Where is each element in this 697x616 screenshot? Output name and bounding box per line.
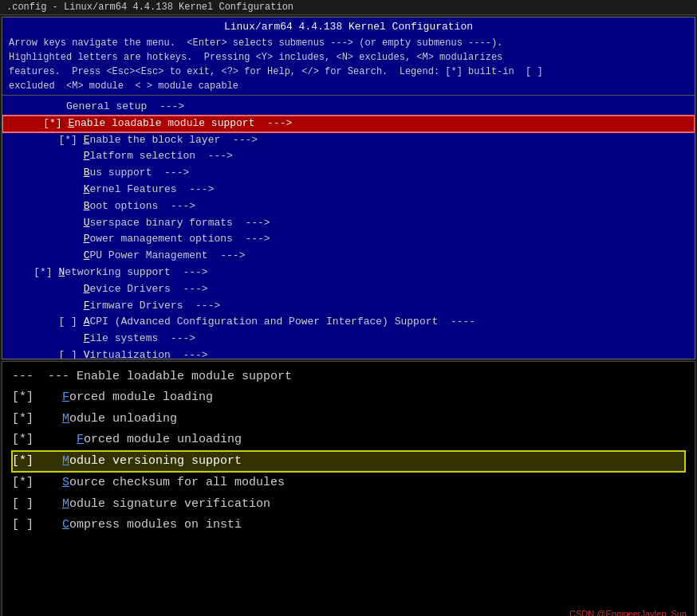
menu-item-cpu-power[interactable]: CPU Power Management ---> xyxy=(2,248,695,265)
menu-item-platform[interactable]: Platform selection ---> xyxy=(2,148,695,165)
help-line-1: Arrow keys navigate the menu. <Enter> se… xyxy=(9,36,688,50)
bottom-item-forced-unloading[interactable]: [*] Forced module unloading xyxy=(12,430,685,450)
menu-item-device-drivers[interactable]: Device Drivers ---> xyxy=(2,281,695,298)
menu-item-kernel-features[interactable]: Kernel Features ---> xyxy=(2,182,695,198)
menu-list: General setup ---> [*] Enable loadable m… xyxy=(2,96,695,359)
menu-item-power-mgmt[interactable]: Power management options ---> xyxy=(2,231,695,248)
bottom-item-source-checksum[interactable]: [*] Source checksum for all modules xyxy=(12,473,685,493)
menu-item-networking[interactable]: [*] Networking support ---> xyxy=(2,265,695,281)
title-text: .config - Linux/arm64 4.4.138 Kernel Con… xyxy=(6,2,293,13)
menu-item-virtualization[interactable]: [ ] Virtualization ---> xyxy=(2,347,695,359)
menu-item-firmware-drivers[interactable]: Firmware Drivers ---> xyxy=(2,298,695,315)
menu-title: Linux/arm64 4.4.138 Kernel Configuration xyxy=(2,18,695,34)
menu-item-boot-options[interactable]: Boot options ---> xyxy=(2,198,695,215)
bottom-item-module-signature[interactable]: [ ] Module signature verification xyxy=(12,494,685,515)
menu-item-loadable-module[interactable]: [*] Enable loadable module support ---> xyxy=(2,116,695,132)
menu-item-userspace[interactable]: Userspace binary formats ---> xyxy=(2,215,695,232)
menu-item-filesystems[interactable]: File systems ---> xyxy=(2,331,695,347)
bottom-item-forced-loading[interactable]: [*] Forced module loading xyxy=(12,387,685,408)
menu-help: Arrow keys navigate the menu. <Enter> se… xyxy=(2,34,695,96)
module-support-panel: --- --- Enable loadable module support [… xyxy=(2,361,695,616)
help-line-4: excluded <M> module < > module capable xyxy=(9,79,688,93)
menu-item-block-layer[interactable]: [*] Enable the block layer ---> xyxy=(2,132,695,149)
bottom-item-module-unloading[interactable]: [*] Module unloading xyxy=(12,409,685,430)
watermark: CSDN @EngineerJaylen_Sun xyxy=(569,609,687,616)
section-header: --- --- Enable loadable module support xyxy=(12,367,685,387)
title-bar: .config - Linux/arm64 4.4.138 Kernel Con… xyxy=(0,0,697,15)
menu-item-acpi[interactable]: [ ] ACPI (Advanced Configuration and Pow… xyxy=(2,314,695,331)
bottom-item-module-versioning[interactable]: [*] Module versioning support xyxy=(12,451,685,472)
menu-item-general-setup[interactable]: General setup ---> xyxy=(2,99,695,116)
help-line-3: features. Press <Esc><Esc> to exit, <?> … xyxy=(9,65,688,79)
help-line-2: Highlighted letters are hotkeys. Pressin… xyxy=(9,50,688,65)
bottom-item-compress-modules[interactable]: [ ] Compress modules on insti xyxy=(12,515,685,536)
kernel-config-panel: Linux/arm64 4.4.138 Kernel Configuration… xyxy=(2,17,695,359)
menu-item-bus[interactable]: Bus support ---> xyxy=(2,165,695,182)
